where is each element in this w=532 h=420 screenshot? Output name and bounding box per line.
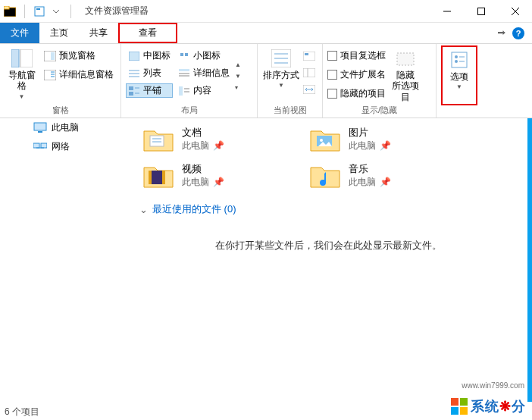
close-button[interactable] bbox=[498, 0, 532, 23]
watermark: 系统❋分 bbox=[451, 397, 526, 415]
group-layout: 中图标 列表 平铺 小图标 详细信息 bbox=[121, 44, 258, 118]
file-ext-label: 文件扩展名 bbox=[340, 68, 386, 81]
help-icon[interactable]: ? bbox=[512, 27, 524, 39]
group-options: 选项 ▼ bbox=[437, 44, 482, 118]
tree-this-pc[interactable]: 此电脑 bbox=[11, 118, 124, 137]
layout-list-label: 列表 bbox=[143, 67, 161, 80]
layout-content[interactable]: 内容 bbox=[176, 83, 232, 98]
folder-sub: 此电脑 bbox=[182, 177, 209, 187]
scrollbar[interactable] bbox=[527, 118, 532, 402]
folder-name: 图片 bbox=[349, 127, 368, 138]
folder-list: 文档 此电脑 📌 图片 此电脑 📌 视频 此电脑 � bbox=[139, 118, 532, 252]
list-item[interactable]: 文档 此电脑 📌 bbox=[139, 121, 306, 157]
layout-details-label: 详细信息 bbox=[193, 67, 230, 80]
add-columns-icon[interactable] bbox=[303, 67, 315, 79]
svg-rect-8 bbox=[11, 49, 19, 67]
tab-view[interactable]: 查看 bbox=[118, 23, 177, 43]
tree-network[interactable]: 网络 bbox=[11, 137, 124, 156]
properties-icon[interactable] bbox=[33, 5, 46, 18]
layout-scroll-up-icon[interactable]: ▲ bbox=[235, 61, 241, 68]
preview-pane-icon bbox=[44, 50, 56, 62]
minimize-button[interactable] bbox=[430, 0, 464, 23]
list-item[interactable]: 视频 此电脑 📌 bbox=[139, 157, 306, 193]
qat-dropdown-icon[interactable] bbox=[49, 5, 63, 18]
list-item[interactable]: 音乐 此电脑 📌 bbox=[306, 157, 473, 193]
chevron-down-icon: ▼ bbox=[278, 82, 284, 89]
layout-details[interactable]: 详细信息 bbox=[176, 66, 232, 80]
chevron-down-icon: ⌄ bbox=[139, 204, 148, 215]
recent-files-label: 最近使用的文件 (0) bbox=[152, 202, 236, 216]
hidden-items-label: 隐藏的项目 bbox=[340, 87, 386, 100]
size-columns-icon[interactable] bbox=[303, 83, 315, 96]
svg-rect-38 bbox=[303, 68, 315, 77]
layout-tiles-label: 平铺 bbox=[143, 84, 161, 97]
layout-list[interactable]: 列表 bbox=[126, 66, 173, 80]
svg-rect-52 bbox=[150, 136, 164, 146]
pin-icon: 📌 bbox=[211, 140, 224, 151]
nav-pane-label: 导航窗格 bbox=[5, 70, 39, 92]
this-pc-icon bbox=[33, 122, 47, 134]
folder-sub: 此电脑 bbox=[349, 140, 376, 151]
ribbon-tabs: 文件 主页 共享 查看 ⮕ ? bbox=[0, 23, 532, 44]
item-checkboxes-toggle[interactable]: 项目复选框 bbox=[327, 49, 386, 63]
separator bbox=[24, 5, 25, 18]
layout-scroll-down-icon[interactable]: ▼ bbox=[235, 73, 241, 80]
details-icon bbox=[178, 67, 190, 80]
sort-by-button[interactable]: 排序方式 ▼ bbox=[262, 45, 300, 103]
ribbon-right: ⮕ ? bbox=[497, 23, 532, 43]
checkbox-icon bbox=[327, 70, 337, 80]
layout-small-label: 小图标 bbox=[193, 49, 221, 62]
group-layout-label: 布局 bbox=[126, 103, 252, 118]
svg-rect-21 bbox=[129, 92, 133, 96]
svg-rect-48 bbox=[38, 131, 42, 133]
content-icon bbox=[178, 85, 190, 97]
sort-icon bbox=[269, 49, 293, 68]
svg-rect-9 bbox=[20, 49, 33, 67]
svg-rect-42 bbox=[452, 52, 467, 67]
nav-pane-icon bbox=[10, 49, 34, 68]
svg-rect-47 bbox=[34, 123, 46, 130]
recent-files-header[interactable]: ⌄ 最近使用的文件 (0) bbox=[139, 202, 532, 216]
checkbox-icon bbox=[327, 51, 337, 61]
group-show-hide-label: 显示/隐藏 bbox=[327, 103, 431, 118]
list-item[interactable]: 图片 此电脑 📌 bbox=[306, 121, 473, 157]
layout-small-icons[interactable]: 小图标 bbox=[176, 49, 232, 63]
layout-more-icon[interactable]: ▾ bbox=[235, 84, 241, 91]
tab-share[interactable]: 共享 bbox=[79, 23, 118, 43]
tiles-icon bbox=[128, 85, 140, 97]
minimize-ribbon-icon[interactable]: ⮕ bbox=[497, 28, 506, 39]
layout-medium-icons[interactable]: 中图标 bbox=[126, 49, 173, 63]
svg-rect-2 bbox=[35, 7, 44, 16]
folder-icon bbox=[309, 125, 341, 152]
maximize-button[interactable] bbox=[464, 0, 498, 23]
tab-file[interactable]: 文件 bbox=[0, 23, 39, 43]
watermark-url: www.win7999.com bbox=[462, 381, 524, 390]
layout-medium-label: 中图标 bbox=[143, 49, 171, 62]
hide-selected-button[interactable]: 隐藏 所选项目 bbox=[389, 45, 422, 103]
file-ext-toggle[interactable]: 文件扩展名 bbox=[327, 67, 386, 82]
options-button[interactable]: 选项 ▼ bbox=[441, 45, 477, 105]
small-icons-icon bbox=[178, 50, 190, 62]
item-checkboxes-label: 项目复选框 bbox=[340, 49, 386, 62]
details-pane-button[interactable]: 详细信息窗格 bbox=[42, 67, 116, 82]
layout-tiles[interactable]: 平铺 bbox=[126, 83, 173, 98]
tree-network-label: 网络 bbox=[52, 140, 70, 153]
tab-home[interactable]: 主页 bbox=[39, 23, 79, 43]
svg-rect-16 bbox=[129, 52, 139, 61]
ribbon: 导航窗格 ▼ 预览窗格 详细信息窗格 窗格 中图标 bbox=[0, 44, 532, 118]
svg-rect-24 bbox=[180, 53, 183, 56]
svg-rect-29 bbox=[179, 86, 183, 96]
svg-rect-37 bbox=[305, 53, 308, 55]
hidden-items-toggle[interactable]: 隐藏的项目 bbox=[327, 86, 386, 101]
preview-pane-button[interactable]: 预览窗格 bbox=[42, 49, 116, 63]
svg-rect-49 bbox=[33, 143, 39, 148]
nav-tree: 此电脑 网络 bbox=[11, 118, 124, 156]
medium-icons-icon bbox=[128, 50, 140, 62]
hide-selected-icon bbox=[393, 49, 418, 68]
group-by-icon[interactable] bbox=[303, 50, 315, 62]
svg-rect-11 bbox=[51, 52, 55, 60]
svg-point-56 bbox=[320, 139, 323, 142]
network-icon bbox=[33, 141, 47, 153]
spacer bbox=[177, 23, 497, 43]
nav-pane-button[interactable]: 导航窗格 ▼ bbox=[5, 45, 39, 103]
